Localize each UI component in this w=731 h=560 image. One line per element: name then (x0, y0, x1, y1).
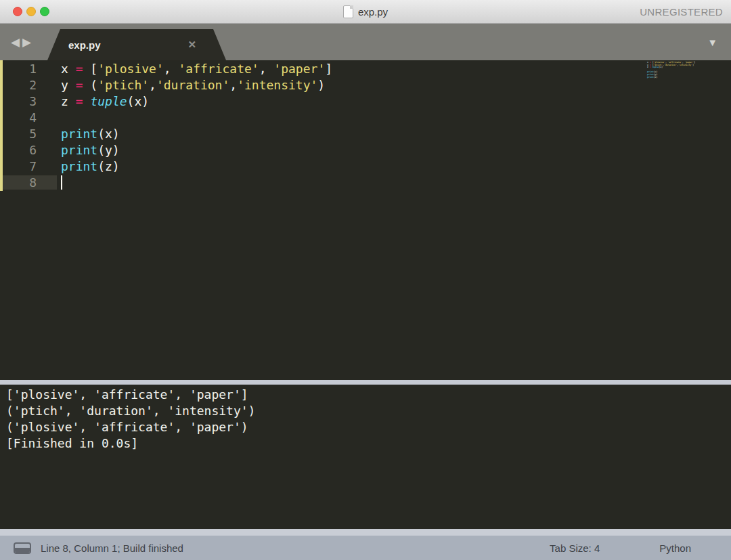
code-line[interactable]: 2y = ('ptich','duration','intensity') (0, 77, 731, 93)
code-token: (y) (97, 143, 120, 157)
code-token: 'duration' (664, 64, 677, 66)
tab-nav-arrows: ◀ ▶ (11, 24, 31, 60)
code-line[interactable]: 4 (0, 109, 731, 125)
line-number: 2 (0, 78, 57, 92)
code-token: tuple (90, 94, 127, 108)
traffic-lights (13, 7, 49, 16)
code-token: = (76, 78, 83, 92)
code-text: print(x) (57, 127, 120, 141)
minimize-window-button[interactable] (26, 7, 36, 16)
code-token: = (76, 62, 83, 76)
line-number: 5 (0, 127, 57, 141)
document-icon (343, 5, 353, 18)
line-number: 1 (0, 62, 57, 76)
code-token: (x) (97, 127, 120, 141)
code-lines: 1x = ['plosive', 'affricate', 'paper']2y… (0, 60, 731, 190)
code-token: (z) (97, 159, 120, 173)
line-number: 6 (0, 143, 57, 157)
build-output-panel[interactable]: ['plosive', 'affricate', 'paper']('ptich… (0, 385, 731, 529)
close-window-button[interactable] (13, 7, 22, 16)
tab-close-icon[interactable]: ✕ (187, 39, 196, 51)
code-token: (x) (659, 66, 663, 68)
title-bar: exp.py UNREGISTERED (0, 0, 731, 24)
window-title-group: exp.py (0, 0, 731, 23)
status-bar-border (0, 529, 731, 536)
sublime-text-window: exp.py UNREGISTERED ◀ ▶ exp.py ✕ ▼ 1x = … (0, 0, 731, 560)
code-line[interactable]: 8 (0, 174, 731, 190)
line-number: 4 (0, 110, 57, 125)
code-token: 'intensity' (237, 78, 317, 92)
code-token: , (259, 62, 274, 76)
forward-arrow-icon[interactable]: ▶ (22, 37, 31, 48)
line-number: 3 (0, 94, 57, 108)
status-bar: Line 8, Column 1; Build finished Tab Siz… (0, 536, 731, 560)
code-line[interactable]: 6print(y) (0, 142, 731, 158)
code-token: 'intensity' (678, 64, 692, 66)
syntax-indicator[interactable]: Python (659, 542, 691, 554)
code-token: ] (325, 62, 332, 76)
line-number: 8 (3, 175, 57, 190)
code-token: 'duration' (156, 78, 229, 92)
code-token: tuple (652, 66, 659, 68)
code-line[interactable]: 3z = tuple(x) (0, 93, 731, 109)
code-token: , (229, 78, 237, 92)
output-line: ('plosive', 'affricate', 'paper') (6, 419, 731, 435)
code-text: print(y) (57, 143, 120, 157)
code-token: print (61, 159, 97, 173)
code-text: print(z) (57, 159, 120, 173)
code-token: z (61, 94, 76, 108)
window-title: exp.py (358, 6, 388, 18)
zoom-window-button[interactable] (40, 7, 49, 16)
code-token: y (61, 78, 76, 92)
code-token: ) (317, 78, 325, 92)
code-token: , (164, 62, 179, 76)
back-arrow-icon[interactable]: ◀ (11, 37, 20, 48)
toggle-panel-icon[interactable] (14, 542, 31, 554)
status-right-group: Tab Size: 4 Python (550, 536, 731, 560)
code-token: ( (83, 78, 98, 92)
code-text: y = ('ptich','duration','intensity') (57, 78, 325, 92)
code-line[interactable]: 1x = ['plosive', 'affricate', 'paper'] (0, 60, 731, 77)
code-token: 'plosive' (97, 62, 164, 76)
code-token: print (61, 127, 97, 141)
code-token: = (76, 94, 83, 108)
code-line[interactable]: 5print(x) (0, 125, 731, 142)
code-line[interactable] (647, 79, 696, 81)
line-number: 7 (0, 159, 57, 173)
code-text: x = ['plosive', 'affricate', 'paper'] (57, 62, 332, 76)
code-line[interactable]: 7print(z) (0, 158, 731, 174)
code-token: (x) (127, 94, 150, 108)
code-text: z = tuple(x) (647, 66, 663, 69)
editor-area[interactable]: 1x = ['plosive', 'affricate', 'paper']2y… (0, 60, 731, 380)
output-line: [Finished in 0.0s] (6, 435, 731, 452)
code-text: z = tuple(x) (57, 94, 149, 108)
panel-separator[interactable] (0, 380, 731, 385)
text-cursor (61, 175, 62, 190)
minimap[interactable]: x = ['plosive', 'affricate', 'paper']y =… (647, 62, 696, 81)
code-token: ) (692, 64, 694, 66)
code-token: , (149, 78, 156, 92)
code-text: print(z) (647, 77, 657, 79)
code-token: [ (83, 62, 98, 76)
output-line: ['plosive', 'affricate', 'paper'] (6, 387, 731, 403)
code-token (83, 94, 91, 108)
status-message: Line 8, Column 1; Build finished (41, 542, 183, 554)
code-token: ] (694, 61, 695, 64)
code-token: print (61, 143, 97, 157)
code-token: x (61, 62, 76, 76)
tab-overflow-icon[interactable]: ▼ (707, 24, 717, 60)
code-token: 'ptich' (97, 78, 149, 92)
tab-label: exp.py (68, 39, 101, 51)
code-token: 'paper' (273, 62, 325, 76)
output-line: ('ptich', 'duration', 'intensity') (6, 403, 731, 419)
code-token: print (647, 76, 654, 79)
code-text (57, 175, 62, 190)
tab-size-indicator[interactable]: Tab Size: 4 (550, 542, 600, 554)
code-token: (z) (654, 76, 658, 79)
code-token: 'affricate' (178, 62, 259, 76)
registration-status: UNREGISTERED (640, 0, 723, 23)
tab-bar: ◀ ▶ exp.py ✕ ▼ (0, 24, 731, 60)
tab-exp-py[interactable]: exp.py ✕ (47, 29, 226, 60)
